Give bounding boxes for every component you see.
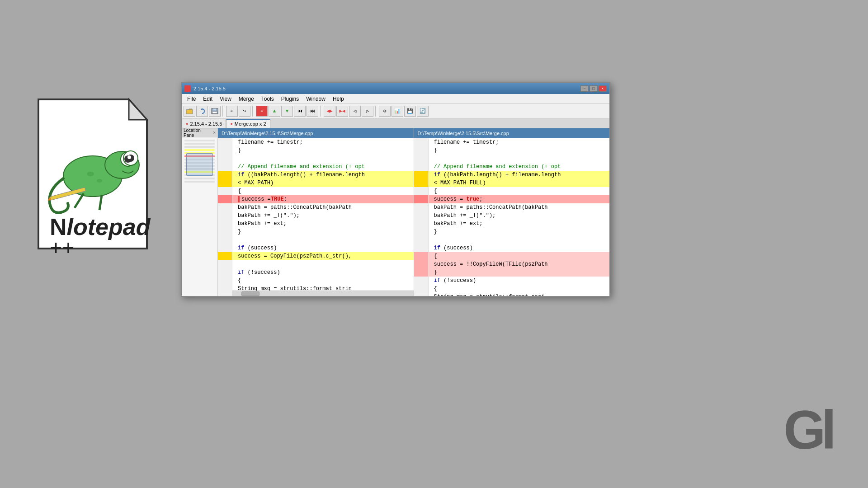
diff-options-button[interactable]: ≡ xyxy=(256,106,268,117)
line-num xyxy=(218,179,232,187)
line-num xyxy=(218,236,232,244)
first-diff-button[interactable]: ⏮ xyxy=(294,106,306,117)
save-merged-button[interactable]: 💾 xyxy=(404,106,416,117)
copy-left-button[interactable]: ◀▶ xyxy=(324,106,335,117)
loc-bar xyxy=(184,143,215,145)
code-line: if (success) xyxy=(232,244,414,252)
menu-help[interactable]: Help xyxy=(329,95,348,103)
code-line: // Append filename and extension (+ opt xyxy=(232,163,414,171)
code-line: { xyxy=(232,187,414,195)
left-path-bar: D:\Temp\WinMerge\2.15.4\Src\Merge.cpp xyxy=(218,128,414,138)
code-line xyxy=(232,236,414,244)
location-pane-label: Location Pane xyxy=(184,128,212,138)
merge-right-button[interactable]: ▷ xyxy=(362,106,373,117)
window-controls[interactable]: − □ × xyxy=(580,85,607,92)
reload-button[interactable]: 🔄 xyxy=(417,106,429,117)
code-line: String msg = strutils::format_stri xyxy=(429,293,610,296)
code-line: bakPath = paths::ConcatPath(bakPath xyxy=(429,203,610,211)
code-line: { xyxy=(232,277,414,285)
app-icon xyxy=(184,85,191,92)
location-pane: Location Pane × xyxy=(182,128,218,296)
redo-button[interactable]: ↪ xyxy=(239,106,250,117)
menu-file[interactable]: File xyxy=(184,95,199,103)
location-pane-close[interactable]: × xyxy=(213,130,216,135)
right-code-pane[interactable]: filename += timestr; } // Append filenam… xyxy=(414,138,610,296)
toolbar-separator-3 xyxy=(320,106,322,117)
minimize-button[interactable]: − xyxy=(580,85,589,92)
options-button[interactable]: ⚙ xyxy=(379,106,391,117)
diff-container: D:\Temp\WinMerge\2.15.4\Src\Merge.cpp D:… xyxy=(218,128,609,296)
line-num xyxy=(218,203,232,211)
code-panes: filename += timestr; } // Append filenam… xyxy=(218,138,609,296)
scroll-indicator[interactable] xyxy=(186,153,213,176)
code-line-diff: success = CopyFile(pszPath.c_str(), xyxy=(232,252,414,260)
code-line: } xyxy=(429,228,610,236)
code-line-diff: if ((bakPath.length() + filename.length xyxy=(429,171,610,179)
left-hscroll[interactable] xyxy=(232,291,414,296)
tab-mergecpp[interactable]: ● Merge.cpp x 2 xyxy=(226,119,270,128)
line-num xyxy=(218,220,232,228)
line-num xyxy=(218,195,232,203)
line-num xyxy=(414,236,428,244)
code-line-diff-added: } xyxy=(429,268,610,277)
line-num xyxy=(414,244,428,252)
toolbar-separator-1 xyxy=(222,106,224,117)
open-button[interactable] xyxy=(184,106,195,117)
maximize-button[interactable]: □ xyxy=(590,85,598,92)
tab-versions[interactable]: ● 2.15.4 - 2.15.5 xyxy=(182,119,226,128)
menu-tools[interactable]: Tools xyxy=(258,95,278,103)
toolbar: ↩ ↪ ≡ ▲ ▼ ⏮ ⏭ ◀▶ ▶◀ ◁ ▷ ⚙ 📊 💾 🔄 xyxy=(182,104,609,118)
menu-view[interactable]: View xyxy=(216,95,235,103)
merge-left-button[interactable]: ◁ xyxy=(349,106,361,117)
line-num xyxy=(218,146,232,155)
loc-bar xyxy=(184,140,215,141)
line-num xyxy=(414,211,428,220)
line-num xyxy=(218,155,232,163)
line-num xyxy=(414,293,428,296)
hscroll-thumb[interactable] xyxy=(241,291,259,296)
svg-marker-18 xyxy=(186,109,192,110)
menu-window[interactable]: Window xyxy=(302,95,329,103)
generate-report-button[interactable]: 📊 xyxy=(392,106,403,117)
copy-right-button[interactable]: ▶◀ xyxy=(336,106,348,117)
code-line: // Append filename and extension (+ opt xyxy=(429,163,610,171)
right-path-bar: D:\Temp\WinMerge\2.15.5\Src\Merge.cpp xyxy=(414,128,610,138)
menu-plugins[interactable]: Plugins xyxy=(278,95,302,103)
line-num xyxy=(218,252,232,260)
winmerge-window: 2.15.4 - 2.15.5 − □ × File Edit View Mer… xyxy=(181,82,610,297)
last-diff-button[interactable]: ⏭ xyxy=(307,106,318,117)
menu-edit[interactable]: Edit xyxy=(199,95,216,103)
line-num xyxy=(414,163,428,171)
refresh-button[interactable] xyxy=(196,106,208,117)
close-button[interactable]: × xyxy=(599,85,607,92)
left-path-text: D:\Temp\WinMerge\2.15.4\Src\Merge.cpp xyxy=(222,131,313,136)
prev-diff-button[interactable]: ▲ xyxy=(269,106,280,117)
next-diff-button[interactable]: ▼ xyxy=(281,106,293,117)
line-num xyxy=(414,138,428,146)
code-line-diff-changed: success = true; xyxy=(429,195,610,203)
code-line: filename += timestr; xyxy=(429,138,610,146)
save-button[interactable] xyxy=(209,106,221,117)
line-num xyxy=(414,195,428,203)
line-num xyxy=(414,203,428,211)
toolbar-separator-4 xyxy=(375,106,377,117)
loc-bar xyxy=(184,178,215,179)
menu-merge[interactable]: Merge xyxy=(235,95,258,103)
loc-bar xyxy=(184,181,215,183)
code-line-diff-changed: success = TRUE; xyxy=(232,195,414,203)
code-line-diff-added: { xyxy=(429,252,610,260)
left-code-content[interactable]: filename += timestr; } // Append filenam… xyxy=(232,138,414,296)
path-bars: D:\Temp\WinMerge\2.15.4\Src\Merge.cpp D:… xyxy=(218,128,609,138)
code-line: } xyxy=(232,146,414,155)
line-num xyxy=(218,187,232,195)
line-num xyxy=(218,260,232,268)
right-code-content[interactable]: filename += timestr; } // Append filenam… xyxy=(429,138,610,296)
code-line: bakPath += _T("."); xyxy=(232,211,414,220)
right-path-text: D:\Temp\WinMerge\2.15.5\Src\Merge.cpp xyxy=(418,131,509,136)
code-line: if (!success) xyxy=(429,277,610,285)
undo-button[interactable]: ↩ xyxy=(226,106,238,117)
line-num xyxy=(414,285,428,293)
left-code-pane[interactable]: filename += timestr; } // Append filenam… xyxy=(218,138,414,296)
code-line: { xyxy=(429,187,610,195)
line-num xyxy=(414,187,428,195)
